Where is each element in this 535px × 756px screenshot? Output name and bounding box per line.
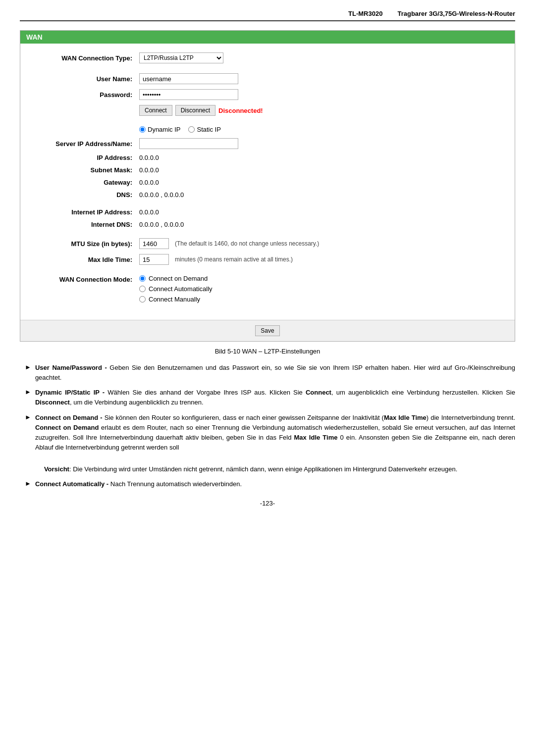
- mode-options: Connect on Demand Connect Automatically …: [139, 275, 213, 303]
- max-idle-input[interactable]: [139, 254, 169, 265]
- mtu-row: MTU Size (in bytes): (The default is 146…: [30, 238, 505, 249]
- subnet-mask-row: Subnet Mask: 0.0.0.0: [30, 166, 505, 174]
- bullet-arrow-1: ►: [25, 363, 31, 371]
- subnet-mask-display: 0.0.0.0: [139, 166, 159, 174]
- ip-address-row: IP Address: 0.0.0.0: [30, 154, 505, 161]
- dns-row: DNS: 0.0.0.0 , 0.0.0.0: [30, 191, 505, 199]
- gateway-row: Gateway: 0.0.0.0: [30, 179, 505, 186]
- dns-label: DNS:: [30, 191, 139, 199]
- server-ip-label: Server IP Address/Name:: [30, 140, 139, 148]
- ip-address-value: 0.0.0.0: [139, 154, 505, 161]
- dynamic-ip-label: Dynamic IP: [148, 126, 180, 133]
- bullet-dynamic-static: ► Dynamic IP/Static IP - Wählen Sie dies…: [25, 388, 515, 407]
- internet-ip-row: Internet IP Address: 0.0.0.0: [30, 208, 505, 216]
- mtu-label: MTU Size (in bytes):: [30, 240, 139, 248]
- static-ip-option[interactable]: Static IP: [188, 126, 220, 133]
- bullet-connect-demand: ► Connect on Demand - Sie können den Rou…: [25, 413, 515, 475]
- ip-address-display: 0.0.0.0: [139, 154, 159, 161]
- bullet-text-3: Connect on Demand - Sie können den Route…: [35, 413, 515, 475]
- disconnect-button[interactable]: Disconnect: [175, 105, 215, 116]
- bullet-user-name: ► User Name/Password - Geben Sie den Ben…: [25, 363, 515, 383]
- mode-demand-radio[interactable]: [139, 275, 146, 282]
- gateway-label: Gateway:: [30, 179, 139, 186]
- mode-demand-option[interactable]: Connect on Demand: [139, 275, 213, 282]
- connection-type-row: WAN Connection Type: L2TP/Russia L2TP: [30, 52, 505, 63]
- ip-type-radio-group: Dynamic IP Static IP: [139, 126, 221, 133]
- internet-dns-value: 0.0.0.0 , 0.0.0.0: [139, 221, 505, 228]
- description-section: ► User Name/Password - Geben Sie den Ben…: [20, 363, 515, 490]
- server-ip-value: [139, 138, 505, 149]
- username-row: User Name:: [30, 73, 505, 84]
- dns-display: 0.0.0.0 , 0.0.0.0: [139, 191, 184, 199]
- bullet-text-2: Dynamic IP/Static IP - Wählen Sie dies a…: [35, 388, 515, 407]
- bullet-text-1: User Name/Password - Geben Sie den Benut…: [35, 363, 515, 383]
- connection-status: Disconnected!: [218, 107, 263, 114]
- static-ip-label: Static IP: [197, 126, 220, 133]
- internet-ip-display: 0.0.0.0: [139, 208, 159, 216]
- page-number: -123-: [20, 500, 515, 507]
- wan-mode-row: WAN Connection Mode: Connect on Demand C…: [30, 275, 505, 303]
- caution-block: Vorsicht: Die Verbindung wird unter Umst…: [44, 454, 515, 474]
- gateway-display: 0.0.0.0: [139, 179, 159, 186]
- mode-manual-option[interactable]: Connect Manually: [139, 296, 213, 303]
- password-label: Password:: [30, 91, 139, 99]
- bullet-text-4: Connect Automatically - Nach Trennung au…: [35, 479, 242, 489]
- max-idle-label: Max Idle Time:: [30, 256, 139, 263]
- mode-auto-option[interactable]: Connect Automatically: [139, 285, 213, 293]
- mtu-value: (The default is 1460, do not change unle…: [139, 238, 505, 249]
- connection-type-value: L2TP/Russia L2TP: [139, 52, 505, 63]
- max-idle-row: Max Idle Time: minutes (0 means remain a…: [30, 254, 505, 265]
- subnet-mask-value: 0.0.0.0: [139, 166, 505, 174]
- mtu-hint: (The default is 1460, do not change unle…: [175, 240, 319, 247]
- dns-value: 0.0.0.0 , 0.0.0.0: [139, 191, 505, 199]
- ip-address-label: IP Address:: [30, 154, 139, 161]
- ip-type-row: Dynamic IP Static IP: [30, 126, 505, 133]
- bullet-connect-auto: ► Connect Automatically - Nach Trennung …: [25, 479, 515, 489]
- wan-mode-label: WAN Connection Mode:: [30, 275, 139, 283]
- subnet-mask-label: Subnet Mask:: [30, 166, 139, 174]
- mode-auto-radio[interactable]: [139, 286, 146, 292]
- mode-manual-label: Connect Manually: [149, 296, 200, 303]
- connection-type-label: WAN Connection Type:: [30, 54, 139, 62]
- internet-dns-display: 0.0.0.0 , 0.0.0.0: [139, 221, 184, 228]
- server-ip-input[interactable]: [139, 138, 238, 149]
- username-input[interactable]: [139, 73, 238, 84]
- mode-demand-label: Connect on Demand: [149, 275, 208, 282]
- bullet-arrow-2: ►: [25, 388, 31, 396]
- wan-title: WAN: [20, 31, 515, 44]
- connection-type-select[interactable]: L2TP/Russia L2TP: [139, 52, 223, 63]
- connect-button[interactable]: Connect: [139, 105, 172, 116]
- internet-dns-label: Internet DNS:: [30, 221, 139, 228]
- internet-ip-label: Internet IP Address:: [30, 208, 139, 216]
- save-button[interactable]: Save: [255, 325, 279, 336]
- connect-buttons: Connect Disconnect Disconnected!: [139, 105, 505, 116]
- wan-settings-box: WAN WAN Connection Type: L2TP/Russia L2T…: [20, 30, 515, 342]
- dynamic-ip-option[interactable]: Dynamic IP: [139, 126, 180, 133]
- page-header: TL-MR3020 Tragbarer 3G/3,75G-Wireless-N-…: [20, 10, 515, 21]
- figure-caption: Bild 5-10 WAN – L2TP-Einstellungen: [20, 348, 515, 355]
- internet-ip-value: 0.0.0.0: [139, 208, 505, 216]
- username-value: [139, 73, 505, 84]
- password-value: [139, 89, 505, 100]
- bullet-arrow-4: ►: [25, 480, 31, 487]
- username-label: User Name:: [30, 75, 139, 83]
- connect-row: Connect Disconnect Disconnected!: [30, 105, 505, 116]
- product-name: Tragbarer 3G/3,75G-Wireless-N-Router: [397, 10, 515, 17]
- password-row: Password:: [30, 89, 505, 100]
- mode-auto-label: Connect Automatically: [149, 285, 213, 293]
- server-ip-row: Server IP Address/Name:: [30, 138, 505, 149]
- wan-mode-value: Connect on Demand Connect Automatically …: [139, 275, 505, 303]
- static-ip-radio[interactable]: [188, 126, 195, 133]
- max-idle-hint: minutes (0 means remain active at all ti…: [175, 256, 293, 263]
- ip-type-options: Dynamic IP Static IP: [139, 126, 505, 133]
- bullet-arrow-3: ►: [25, 413, 31, 421]
- internet-dns-row: Internet DNS: 0.0.0.0 , 0.0.0.0: [30, 221, 505, 228]
- max-idle-value: minutes (0 means remain active at all ti…: [139, 254, 505, 265]
- password-input[interactable]: [139, 89, 238, 100]
- mode-manual-radio[interactable]: [139, 296, 146, 302]
- model-name: TL-MR3020: [348, 10, 382, 17]
- dynamic-ip-radio[interactable]: [139, 126, 146, 133]
- mtu-input[interactable]: [139, 238, 169, 249]
- gateway-value: 0.0.0.0: [139, 179, 505, 186]
- save-row: Save: [20, 320, 515, 341]
